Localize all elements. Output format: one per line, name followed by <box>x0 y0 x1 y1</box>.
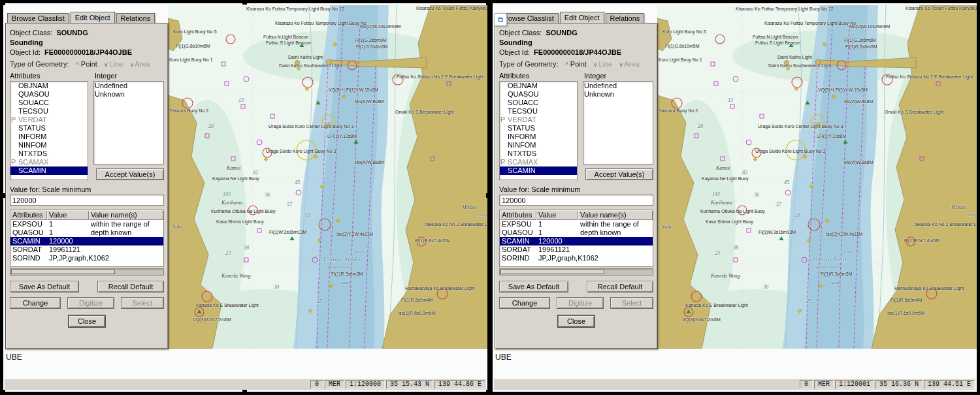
attribute-item[interactable]: OBJNAM <box>10 82 88 90</box>
attribute-item[interactable]: NTXTDS <box>10 150 88 158</box>
selection-handle[interactable] <box>242 390 247 394</box>
attr-prefix <box>500 82 508 90</box>
attribute-item[interactable]: PSCAMAX <box>500 158 577 166</box>
attribute-item[interactable]: QUASOU <box>10 90 88 99</box>
attribute-item[interactable]: PVERDAT <box>10 116 88 124</box>
tab-relations[interactable]: Relations <box>606 13 645 23</box>
geometry-option-line[interactable]: v Line <box>594 60 612 68</box>
accept-values-button[interactable]: Accept Value(s) <box>585 168 653 180</box>
attr-name: INFORM <box>508 133 536 141</box>
chart-view[interactable]: Kisarazu Ko Futtsu Temporary Light Buoy … <box>168 5 487 349</box>
selection-handle[interactable] <box>1 1 5 5</box>
value-option-item[interactable]: Unknown <box>94 90 163 99</box>
selection-handle[interactable] <box>486 390 491 394</box>
attribute-item[interactable]: NTXTDS <box>500 150 577 158</box>
geometry-option-area[interactable]: v Area <box>130 60 150 68</box>
attributes-list[interactable]: OBJNAM QUASOU SOUACC TECSOU PVERDAT STAT… <box>10 81 88 180</box>
chart-label: 13 <box>238 97 244 103</box>
save-as-default-button[interactable]: Save As Default <box>499 281 568 292</box>
recall-default-button[interactable]: Recall Default <box>587 281 653 292</box>
selection-handle[interactable] <box>486 193 491 198</box>
digitize-button[interactable]: Digitize <box>557 297 604 309</box>
table-row-selected[interactable]: SCAMIN120000 <box>10 237 163 245</box>
table-hscrollbar[interactable] <box>10 268 164 276</box>
save-as-default-button[interactable]: Save As Default <box>10 281 79 292</box>
attribute-item[interactable]: NINFOM <box>500 141 577 150</box>
scrollbar-thumb[interactable] <box>500 270 604 274</box>
value-option-item[interactable]: Undefined <box>94 82 163 90</box>
value-option-item[interactable]: Undefined <box>583 82 653 90</box>
geometry-option-area[interactable]: v Area <box>619 60 639 68</box>
cell-attr: SORIND <box>500 254 536 262</box>
chart-label: Uraga Suido Koro Light Buoy No 3 <box>266 149 336 153</box>
selection-handle[interactable] <box>1 390 5 394</box>
value-options-list[interactable]: Undefined Unknown <box>583 81 653 165</box>
close-button[interactable]: Close <box>558 315 595 327</box>
selection-handle[interactable] <box>1 193 5 198</box>
value-input[interactable] <box>499 195 653 206</box>
attribute-item[interactable]: TECSOU <box>500 107 577 116</box>
attribute-item[interactable]: TECSOU <box>10 107 88 116</box>
table-row-selected[interactable]: SCAMIN120000 <box>500 237 653 245</box>
attr-name: STATUS <box>18 124 46 133</box>
attribute-item[interactable]: STATUS <box>500 124 577 133</box>
digitize-button[interactable]: Digitize <box>67 297 114 309</box>
table-row[interactable]: QUASOU1depth known <box>500 229 653 237</box>
chart-label: Kurihama <box>711 200 732 206</box>
attr-name: TECSOU <box>508 107 538 116</box>
attribute-item[interactable]: OBJNAM <box>500 82 577 90</box>
chart-label: Fl(1)R.5s9m4M <box>401 298 433 302</box>
chart-label: LFl(1)Y.10s8M <box>817 134 846 138</box>
value-options-list[interactable]: Undefined Unknown <box>93 81 164 165</box>
attribute-item[interactable]: STATUS <box>10 124 88 133</box>
geometry-option-point[interactable]: ^ Point <box>76 60 97 68</box>
table-row[interactable]: SORDAT19961121 <box>500 245 653 254</box>
table-row[interactable]: SORDAT19961121 <box>10 245 163 254</box>
value-option-item[interactable]: Unknown <box>583 90 653 99</box>
attribute-value-table[interactable]: Attributes Value Value name(s) EXPSOU1wi… <box>10 210 164 267</box>
chart-view[interactable]: Kisarazu Ko Futtsu Temporary Light Buoy … <box>657 5 977 349</box>
attribute-item[interactable]: NINFOM <box>10 141 88 150</box>
geometry-option-point[interactable]: ^ Point <box>566 60 587 68</box>
attribute-item-selected[interactable]: SCAMIN <box>10 166 88 175</box>
select-button[interactable]: Select <box>121 297 164 309</box>
attribute-item[interactable]: QUASOU <box>500 90 577 99</box>
cell-value: JP,JP,graph,K1062 <box>536 254 578 262</box>
value-input[interactable] <box>10 195 164 206</box>
table-hscrollbar[interactable] <box>499 268 653 276</box>
tab-browse-classlist[interactable]: Browse Classlist <box>7 13 69 23</box>
recall-default-button[interactable]: Recall Default <box>97 281 164 292</box>
tab-edit-object[interactable]: Edit Object <box>71 12 115 23</box>
scrollbar-thumb[interactable] <box>11 270 115 274</box>
attributes-list[interactable]: OBJNAM QUASOU SOUACC TECSOU PVERDAT STAT… <box>499 81 578 180</box>
attribute-item[interactable]: PSCAMAX <box>10 158 88 166</box>
paste-options-icon[interactable]: ⧉ <box>494 13 507 26</box>
selection-handle[interactable] <box>242 0 247 5</box>
attribute-item-selected[interactable]: SCAMIN <box>500 166 577 175</box>
tab-relations[interactable]: Relations <box>116 13 155 23</box>
cell-value: 1 <box>536 220 578 229</box>
attr-name: SCAMAX <box>508 158 538 166</box>
tab-edit-object[interactable]: Edit Object <box>560 12 604 23</box>
geometry-option-line[interactable]: v Line <box>105 60 123 68</box>
attribute-value-table[interactable]: Attributes Value Value name(s) EXPSOU1wi… <box>499 210 653 267</box>
select-button[interactable]: Select <box>610 297 653 309</box>
attribute-item[interactable]: INFORM <box>500 133 577 141</box>
table-row[interactable]: SORINDJP,JP,graph,K1062 <box>10 254 163 262</box>
selection-handle[interactable] <box>486 1 491 5</box>
cell-attr: SORDAT <box>500 245 536 254</box>
accept-values-button[interactable]: Accept Value(s) <box>96 168 164 180</box>
attribute-item[interactable]: PVERDAT <box>500 116 577 124</box>
attribute-item[interactable]: SOUACC <box>10 99 88 107</box>
chart-label: Fl(1)W.3s16m13M <box>269 230 306 234</box>
attribute-item[interactable]: SOUACC <box>500 99 577 107</box>
attribute-item[interactable]: INFORM <box>10 133 88 141</box>
table-row[interactable]: EXPSOU1within the range of <box>500 220 653 229</box>
change-button[interactable]: Change <box>499 297 550 309</box>
table-row[interactable]: QUASOU1depth known <box>10 229 163 237</box>
close-button[interactable]: Close <box>69 315 105 327</box>
table-row[interactable]: EXPSOU1within the range of <box>10 220 163 229</box>
change-button[interactable]: Change <box>10 297 61 309</box>
table-row[interactable]: SORINDJP,JP,graph,K1062 <box>500 254 653 262</box>
chart-label: Iso(1)R.6s9.9m5M <box>398 311 436 315</box>
